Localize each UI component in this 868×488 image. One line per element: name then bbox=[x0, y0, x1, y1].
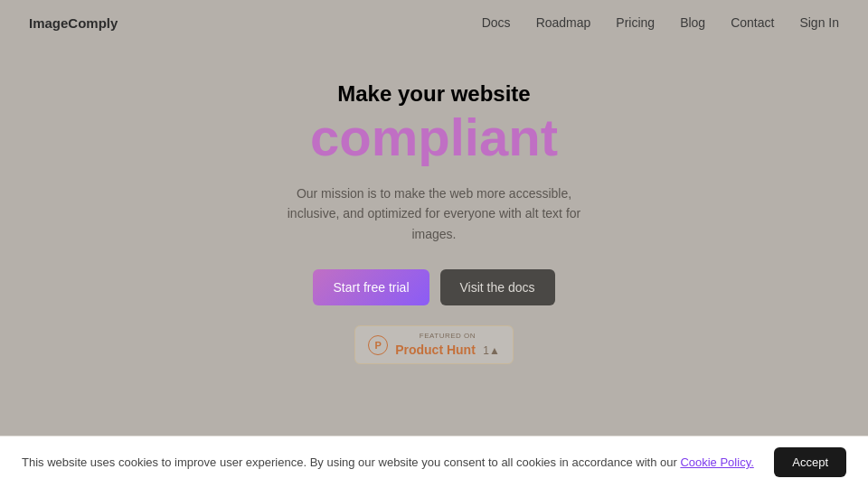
hero-section: Make your website compliant Our mission … bbox=[0, 45, 868, 364]
product-hunt-name-row: Product Hunt 1▲ bbox=[395, 341, 500, 358]
cookie-accept-button[interactable]: Accept bbox=[774, 447, 846, 477]
site-logo[interactable]: ImageComply bbox=[29, 15, 118, 31]
hero-title-line1: Make your website bbox=[337, 81, 530, 106]
nav-links: Docs Roadmap Pricing Blog Contact Sign I… bbox=[482, 14, 839, 31]
cookie-message: This website uses cookies to improve use… bbox=[22, 455, 756, 469]
cta-row: Start free trial Visit the docs bbox=[313, 269, 554, 305]
start-free-trial-button[interactable]: Start free trial bbox=[313, 269, 429, 305]
hero-title: Make your website compliant bbox=[310, 81, 558, 167]
hero-title-accent: compliant bbox=[310, 108, 558, 166]
product-hunt-badge[interactable]: P FEATURED ON Product Hunt 1▲ bbox=[354, 325, 514, 364]
product-hunt-text: FEATURED ON Product Hunt 1▲ bbox=[395, 332, 500, 358]
cookie-message-text: This website uses cookies to improve use… bbox=[22, 455, 680, 469]
product-hunt-name: Product Hunt bbox=[395, 343, 476, 357]
product-hunt-count: 1▲ bbox=[483, 344, 500, 357]
nav-blog[interactable]: Blog bbox=[680, 15, 705, 30]
navbar: ImageComply Docs Roadmap Pricing Blog Co… bbox=[0, 0, 868, 45]
cookie-policy-link[interactable]: Cookie Policy. bbox=[680, 455, 753, 469]
cookie-banner: This website uses cookies to improve use… bbox=[0, 436, 868, 488]
nav-signin[interactable]: Sign In bbox=[799, 15, 839, 30]
nav-roadmap[interactable]: Roadmap bbox=[536, 15, 591, 30]
nav-contact[interactable]: Contact bbox=[731, 15, 774, 30]
hero-subtitle: Our mission is to make the web more acce… bbox=[271, 183, 597, 244]
product-hunt-icon: P bbox=[368, 335, 388, 355]
visit-docs-button[interactable]: Visit the docs bbox=[440, 269, 555, 305]
nav-docs[interactable]: Docs bbox=[482, 15, 511, 30]
product-hunt-featured-label: FEATURED ON bbox=[395, 332, 500, 341]
nav-pricing[interactable]: Pricing bbox=[616, 15, 655, 30]
